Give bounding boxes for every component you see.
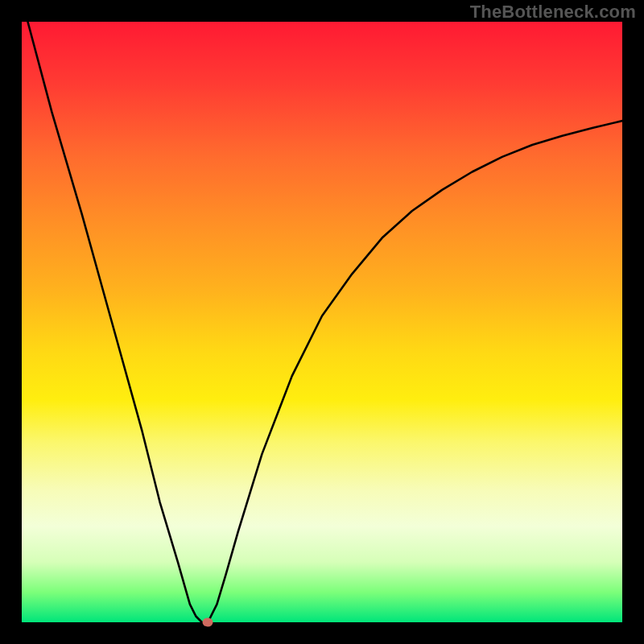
plot-gradient-background — [22, 22, 622, 622]
min-point-marker — [202, 618, 213, 627]
chart-frame: TheBottleneck.com — [0, 0, 644, 644]
watermark-text: TheBottleneck.com — [470, 2, 636, 23]
plot-outer — [22, 22, 622, 622]
